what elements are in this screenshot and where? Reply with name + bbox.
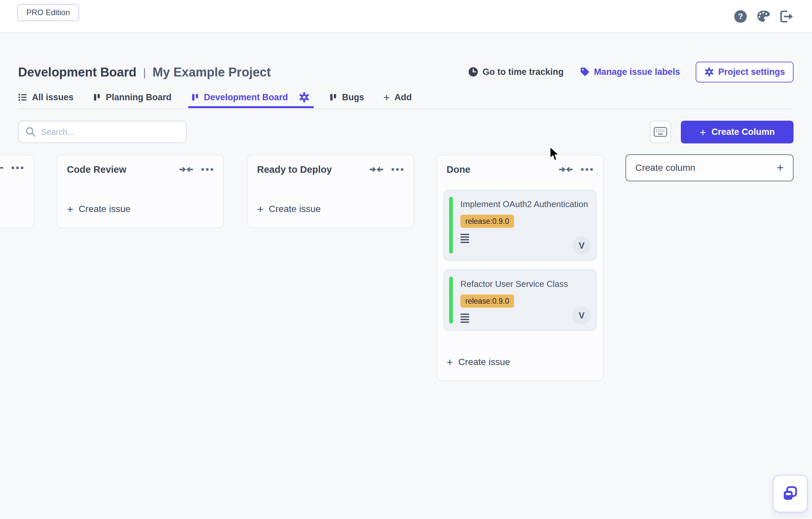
- create-column-inline[interactable]: Create column +: [626, 154, 793, 181]
- board-column-ready-to-deploy: Ready to Deploy + Create issue: [247, 155, 414, 228]
- create-issue-button[interactable]: + Create issue: [67, 203, 130, 215]
- board-tabs: All issues Planning Board Development Bo…: [18, 86, 412, 108]
- keyboard-shortcuts-button[interactable]: [650, 121, 671, 143]
- time-tracking-link[interactable]: Go to time tracking: [468, 66, 563, 77]
- tab-development-board[interactable]: Development Board: [191, 86, 310, 108]
- issue-card[interactable]: Implement OAuth2 Authentication release:…: [443, 190, 597, 261]
- issue-label-badge: release:0.9.0: [460, 215, 514, 228]
- plus-icon: +: [446, 356, 453, 367]
- create-issue-button[interactable]: + Create issue: [446, 356, 510, 367]
- help-icon[interactable]: ?: [734, 10, 747, 23]
- theme-palette-icon[interactable]: [756, 9, 771, 24]
- board-column-done: Done Implement OAuth2 Authentication rel…: [437, 155, 603, 381]
- search-input[interactable]: [41, 127, 180, 137]
- manage-labels-link[interactable]: Manage issue labels: [579, 66, 680, 77]
- board-column-partial: [0, 155, 34, 228]
- description-icon: [460, 313, 469, 323]
- collapse-column-icon[interactable]: [558, 166, 573, 173]
- issue-status-bar: [449, 197, 453, 253]
- issue-title: Implement OAuth2 Authentication: [460, 197, 589, 211]
- boards-overview-floating-button[interactable]: [773, 475, 808, 512]
- column-menu-icon[interactable]: [201, 168, 213, 171]
- collapse-column-icon[interactable]: [369, 166, 384, 173]
- tab-add-board[interactable]: + Add: [383, 86, 412, 108]
- gear-icon: [704, 67, 714, 77]
- board-title: Development Board: [18, 65, 137, 79]
- column-title: Code Review: [67, 164, 179, 175]
- tab-bugs[interactable]: Bugs: [329, 86, 365, 108]
- plus-icon: +: [257, 203, 264, 215]
- plus-icon: +: [700, 127, 706, 138]
- issue-status-bar: [449, 277, 453, 324]
- collapse-column-icon[interactable]: [0, 164, 4, 172]
- column-menu-icon[interactable]: [581, 168, 593, 171]
- column-title: Done: [446, 164, 558, 175]
- kanban-board-icon: [93, 93, 101, 102]
- title-separator: |: [143, 66, 146, 79]
- tag-icon: [579, 66, 590, 77]
- app-root: PRO Edition ? Development Board |: [0, 0, 812, 519]
- column-menu-icon[interactable]: [392, 168, 403, 171]
- issue-label-badge: release:0.9.0: [460, 295, 514, 308]
- plus-icon: +: [383, 91, 390, 104]
- clock-icon: [468, 66, 478, 77]
- tab-all-issues[interactable]: All issues: [18, 86, 74, 108]
- description-icon: [460, 234, 469, 243]
- assignee-avatar[interactable]: V: [573, 306, 591, 325]
- project-settings-button[interactable]: Project settings: [696, 62, 793, 82]
- column-menu-icon[interactable]: [11, 166, 23, 169]
- tabs-divider: [18, 108, 793, 109]
- tab-settings-gear-icon[interactable]: [298, 92, 310, 103]
- list-icon: [18, 93, 27, 102]
- plus-icon: +: [777, 162, 784, 174]
- collapse-column-icon[interactable]: [179, 166, 194, 173]
- search-icon: [25, 127, 36, 137]
- assignee-avatar[interactable]: V: [573, 237, 591, 255]
- top-bar: PRO Edition ?: [0, 0, 812, 33]
- plus-icon: +: [67, 203, 74, 215]
- search-box: [18, 121, 187, 143]
- issue-card[interactable]: Refactor User Service Class release:0.9.…: [443, 269, 597, 331]
- keyboard-icon: [654, 127, 667, 137]
- kanban-board-icon: [329, 93, 338, 102]
- pro-edition-badge: PRO Edition: [17, 4, 79, 21]
- create-issue-button[interactable]: + Create issue: [257, 203, 321, 215]
- create-column-button[interactable]: + Create Column: [681, 121, 793, 143]
- page-title: Development Board | My Example Project: [18, 61, 271, 83]
- project-title: My Example Project: [152, 65, 271, 79]
- board-column-code-review: Code Review + Create issue: [57, 155, 224, 228]
- kanban-board-icon: [191, 93, 199, 102]
- tab-planning-board[interactable]: Planning Board: [93, 86, 172, 108]
- logout-icon[interactable]: [780, 10, 793, 23]
- column-title: Ready to Deploy: [257, 164, 369, 175]
- issue-title: Refactor User Service Class: [460, 277, 589, 291]
- stacked-boards-icon: [782, 485, 799, 502]
- mouse-cursor: [549, 146, 560, 162]
